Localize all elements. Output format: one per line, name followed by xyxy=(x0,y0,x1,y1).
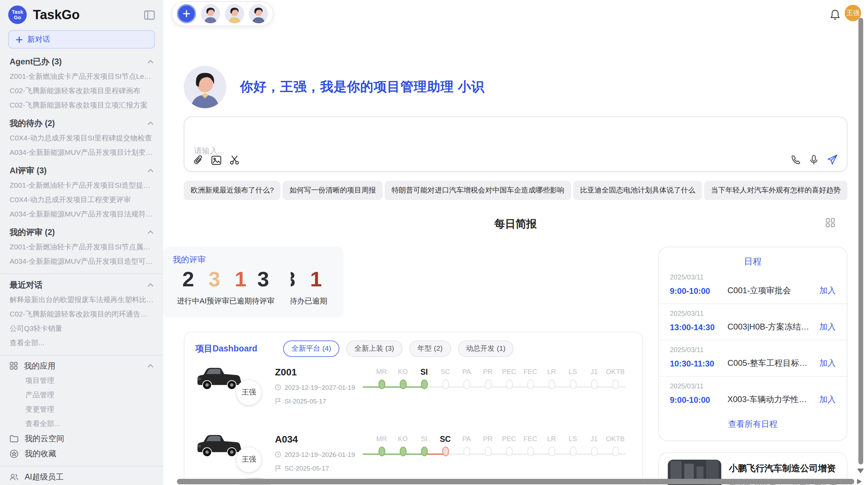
layout-grid-icon[interactable] xyxy=(825,218,835,227)
sidebar-task-item[interactable]: A034-全新新能源MUV产品开发项目造型可行性评审 xyxy=(10,254,154,269)
send-icon[interactable] xyxy=(827,154,838,165)
milestone-dot[interactable] xyxy=(548,447,555,456)
recent-chat-item[interactable]: 解释最新出台的欧盟报废车法规再生塑料比例被调至15%... xyxy=(10,293,154,307)
suggestion-chip[interactable]: 欧洲新规最近颁布了什么? xyxy=(184,181,281,200)
agent-avatar[interactable] xyxy=(249,4,268,23)
agent-avatar[interactable] xyxy=(201,4,220,23)
scroll-right-arrow[interactable] xyxy=(857,479,862,484)
milestone-dot[interactable] xyxy=(506,380,513,389)
milestone-dot[interactable] xyxy=(506,447,513,456)
milestone-dot[interactable] xyxy=(399,380,406,389)
milestone-dot[interactable] xyxy=(484,380,491,389)
app-sub-item[interactable]: 项目管理 xyxy=(0,373,163,388)
milestone-dot[interactable] xyxy=(399,447,406,456)
join-link[interactable]: 加入 xyxy=(819,321,836,333)
phone-icon[interactable] xyxy=(791,155,801,164)
mic-icon[interactable] xyxy=(810,154,818,165)
milestone-dot[interactable] xyxy=(378,380,385,389)
sidebar-task-item[interactable]: A034-全新新能源MUV产品开发项目法规符合性评审 xyxy=(10,207,154,221)
sidebar-task-item[interactable]: C02-飞腾新能源轻客改款项目立项汇报方案 xyxy=(10,98,154,112)
stat-value: 2 xyxy=(182,267,194,292)
recent-view-all[interactable]: 查看全部... xyxy=(10,336,154,350)
horizontal-scrollbar[interactable] xyxy=(177,479,854,484)
filter-pill[interactable]: 动总开发 (1) xyxy=(458,340,514,357)
filter-pill[interactable]: 全新上装 (3) xyxy=(346,340,402,357)
paperclip-icon[interactable] xyxy=(193,155,203,165)
sidebar-item-favorites[interactable]: 我的收藏 xyxy=(0,446,163,461)
milestone: MR xyxy=(371,434,392,445)
filter-pill[interactable]: 年型 (2) xyxy=(409,340,451,357)
join-link[interactable]: 加入 xyxy=(819,394,836,406)
sidebar-collapse-icon[interactable] xyxy=(144,10,155,20)
recent-chat-item[interactable]: 公司Q3轻卡销量 xyxy=(10,321,154,336)
sidebar-task-item[interactable]: C0X4-动力总成开发项目SI里程碑提交物检查 xyxy=(10,131,154,145)
chevron-up-icon[interactable] xyxy=(147,169,154,173)
sidebar-task-item[interactable]: A034-全新新能源MUV产品开发项目计划变更表编写 xyxy=(10,145,154,160)
apps-grid-icon xyxy=(10,362,18,370)
sidebar-item-ai-staff[interactable]: AI超级员工 xyxy=(0,469,163,484)
scroll-down-arrow[interactable] xyxy=(857,469,864,473)
suggestion-chip[interactable]: 如何写一份清晰的项目周报 xyxy=(283,181,383,200)
milestone-dot[interactable] xyxy=(591,380,598,389)
milestone-dot[interactable] xyxy=(569,380,576,389)
view-all-schedule-link[interactable]: 查看所有日程 xyxy=(659,419,847,430)
milestone-dot[interactable] xyxy=(591,447,598,456)
sidebar-item-my-apps[interactable]: 我的应用 xyxy=(0,358,163,373)
sidebar-section-header[interactable]: 我的评审 (2) xyxy=(10,225,154,240)
new-chat-button[interactable]: 新对话 xyxy=(8,30,155,49)
sidebar-task-item[interactable]: C0X4-动力总成开发项目工程变更评审 xyxy=(10,192,154,207)
sidebar-section-header[interactable]: AI评审 (3) xyxy=(10,163,154,178)
sidebar-item-cloud-space[interactable]: 我的云空间 xyxy=(0,431,163,446)
suggestion-chip[interactable]: 当下年轻人对汽车外观有怎样的喜好趋势 xyxy=(704,181,847,200)
schedule-time: 10:30-11:30 xyxy=(670,359,727,368)
add-agent-button[interactable] xyxy=(177,4,196,23)
chevron-up-icon[interactable] xyxy=(147,230,154,234)
vertical-scrollbar[interactable] xyxy=(858,18,863,464)
sidebar-section-header[interactable]: 我的待办 (2) xyxy=(10,116,154,131)
chevron-up-icon[interactable] xyxy=(147,364,154,368)
sidebar-task-item[interactable]: C02-飞腾新能源轻客改款项目里程碑画布 xyxy=(10,84,154,98)
recent-chats-header[interactable]: 最近对话 xyxy=(10,277,154,293)
project-row[interactable]: 王强 Z001 2023-12-19~2027-01-19 SI-2025-05… xyxy=(184,361,642,428)
stat-label: 已逾期 xyxy=(305,296,327,306)
recent-chat-item[interactable]: C02-飞腾新能源轻客改款项目的闭环通告反馈情况 xyxy=(10,307,154,321)
suggestion-chip[interactable]: 特朗普可能对进口汽车增税会对中国车企造成哪些影响 xyxy=(385,181,571,200)
suggestion-chip[interactable]: 比亚迪全固态电池计划具体说了什么 xyxy=(573,181,702,200)
milestone-dot[interactable] xyxy=(442,380,449,389)
milestone-dot[interactable] xyxy=(442,447,449,456)
sidebar-task-item[interactable]: Z001-全新燃油轻卡产品开发项目SI造型提交物评审 xyxy=(10,178,154,192)
project-row[interactable]: 王强 A034 2023-12-19~2026-01-19 SC-2025-05… xyxy=(184,428,642,485)
milestone-dot[interactable] xyxy=(527,447,534,456)
milestone-dot[interactable] xyxy=(463,380,470,389)
owner-badge[interactable]: 王强 xyxy=(236,380,262,406)
sidebar-task-item[interactable]: Z001-全新燃油轻卡产品开发项目SI节点属性5D文件评审 xyxy=(10,240,154,254)
filter-pill[interactable]: 全新平台 (4) xyxy=(284,340,340,357)
app-sub-item[interactable]: 查看全部... xyxy=(0,416,163,431)
milestone-dot[interactable] xyxy=(421,380,427,389)
chat-composer[interactable]: 请输入... xyxy=(184,116,847,172)
chevron-up-icon[interactable] xyxy=(147,283,154,287)
milestone-dot[interactable] xyxy=(378,447,385,456)
app-sub-item[interactable]: 产品管理 xyxy=(0,388,163,402)
sidebar-task-item[interactable]: Z001-全新燃油皮卡产品开发项目SI节点Lesson Learn报告 xyxy=(10,69,154,84)
milestone-dot[interactable] xyxy=(612,447,619,456)
milestone-dot[interactable] xyxy=(421,447,427,456)
owner-badge[interactable]: 王强 xyxy=(236,447,262,473)
join-link[interactable]: 加入 xyxy=(819,285,836,297)
milestone-label: J1 xyxy=(583,434,605,445)
join-link[interactable]: 加入 xyxy=(819,358,836,369)
bell-icon[interactable] xyxy=(830,9,841,21)
milestone-dot[interactable] xyxy=(463,447,470,456)
image-icon[interactable] xyxy=(211,155,221,165)
milestone-dot[interactable] xyxy=(548,380,555,389)
milestone-dot[interactable] xyxy=(569,447,576,456)
chevron-up-icon[interactable] xyxy=(147,121,154,125)
milestone-dot[interactable] xyxy=(484,447,491,456)
agent-avatar[interactable] xyxy=(225,4,244,23)
milestone-dot[interactable] xyxy=(612,380,619,389)
sidebar-section-header[interactable]: Agent已办 (3) xyxy=(10,54,154,69)
milestone-dot[interactable] xyxy=(527,380,534,389)
app-sub-item[interactable]: 变更管理 xyxy=(0,402,163,416)
scissors-icon[interactable] xyxy=(230,155,240,165)
chevron-up-icon[interactable] xyxy=(147,60,154,64)
